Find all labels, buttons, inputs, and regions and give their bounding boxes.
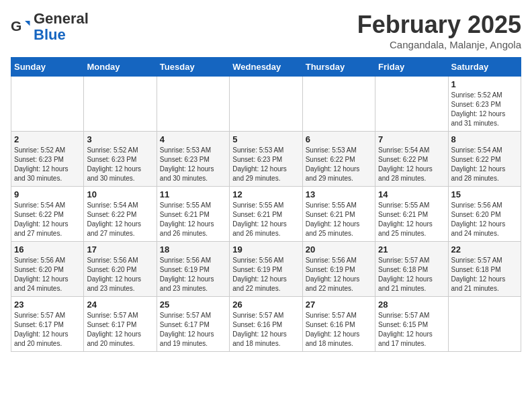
day-info: Sunrise: 5:56 AM Sunset: 6:20 PM Dayligh… — [87, 256, 153, 293]
logo-text-blue: Blue — [34, 27, 89, 43]
day-cell — [302, 77, 375, 132]
day-info: Sunrise: 5:57 AM Sunset: 6:18 PM Dayligh… — [451, 256, 518, 293]
day-info: Sunrise: 5:53 AM Sunset: 6:23 PM Dayligh… — [160, 146, 226, 183]
day-cell: 19Sunrise: 5:56 AM Sunset: 6:19 PM Dayli… — [230, 242, 302, 297]
day-number: 3 — [87, 134, 153, 144]
day-number: 5 — [232, 134, 299, 144]
day-number: 23 — [14, 300, 81, 310]
day-number: 4 — [160, 134, 226, 144]
day-cell: 23Sunrise: 5:57 AM Sunset: 6:17 PM Dayli… — [11, 297, 84, 352]
day-cell: 15Sunrise: 5:56 AM Sunset: 6:20 PM Dayli… — [448, 187, 521, 242]
day-cell: 17Sunrise: 5:56 AM Sunset: 6:20 PM Dayli… — [84, 242, 157, 297]
day-number: 14 — [378, 189, 445, 199]
day-cell: 9Sunrise: 5:54 AM Sunset: 6:22 PM Daylig… — [11, 187, 84, 242]
day-info: Sunrise: 5:52 AM Sunset: 6:23 PM Dayligh… — [451, 91, 518, 128]
day-cell: 22Sunrise: 5:57 AM Sunset: 6:18 PM Dayli… — [448, 242, 521, 297]
weekday-header-thursday: Thursday — [302, 58, 375, 77]
day-number: 8 — [451, 134, 518, 144]
day-info: Sunrise: 5:55 AM Sunset: 6:21 PM Dayligh… — [306, 201, 372, 238]
day-cell: 4Sunrise: 5:53 AM Sunset: 6:23 PM Daylig… — [157, 132, 229, 187]
day-cell — [84, 77, 157, 132]
day-cell: 18Sunrise: 5:56 AM Sunset: 6:19 PM Dayli… — [157, 242, 229, 297]
day-cell: 11Sunrise: 5:55 AM Sunset: 6:21 PM Dayli… — [157, 187, 229, 242]
day-cell — [11, 77, 84, 132]
week-row-2: 2Sunrise: 5:52 AM Sunset: 6:23 PM Daylig… — [11, 132, 521, 187]
logo: G General Blue — [11, 11, 89, 43]
day-cell: 10Sunrise: 5:54 AM Sunset: 6:22 PM Dayli… — [84, 187, 157, 242]
day-cell: 3Sunrise: 5:52 AM Sunset: 6:23 PM Daylig… — [84, 132, 157, 187]
day-number: 16 — [14, 244, 81, 255]
calendar-table: SundayMondayTuesdayWednesdayThursdayFrid… — [11, 57, 521, 352]
day-number: 19 — [232, 244, 299, 255]
day-number: 2 — [14, 134, 81, 144]
weekday-header-saturday: Saturday — [448, 58, 521, 77]
day-number: 27 — [306, 300, 372, 310]
day-info: Sunrise: 5:55 AM Sunset: 6:21 PM Dayligh… — [232, 201, 299, 238]
day-info: Sunrise: 5:54 AM Sunset: 6:22 PM Dayligh… — [87, 201, 153, 238]
day-number: 1 — [451, 79, 518, 89]
day-info: Sunrise: 5:56 AM Sunset: 6:19 PM Dayligh… — [306, 256, 372, 293]
weekday-header-monday: Monday — [84, 58, 157, 77]
day-number: 21 — [378, 244, 445, 255]
day-number: 12 — [232, 189, 299, 199]
week-row-5: 23Sunrise: 5:57 AM Sunset: 6:17 PM Dayli… — [11, 297, 521, 352]
day-info: Sunrise: 5:57 AM Sunset: 6:16 PM Dayligh… — [232, 311, 299, 349]
weekday-header-sunday: Sunday — [11, 58, 84, 77]
day-number: 22 — [451, 244, 518, 255]
day-info: Sunrise: 5:54 AM Sunset: 6:22 PM Dayligh… — [451, 146, 518, 183]
svg-marker-1 — [25, 21, 30, 26]
day-cell: 12Sunrise: 5:55 AM Sunset: 6:21 PM Dayli… — [230, 187, 302, 242]
day-cell: 27Sunrise: 5:57 AM Sunset: 6:16 PM Dayli… — [302, 297, 375, 352]
day-info: Sunrise: 5:56 AM Sunset: 6:20 PM Dayligh… — [451, 201, 518, 238]
weekday-header-friday: Friday — [375, 58, 448, 77]
day-info: Sunrise: 5:56 AM Sunset: 6:19 PM Dayligh… — [232, 256, 299, 293]
day-info: Sunrise: 5:57 AM Sunset: 6:17 PM Dayligh… — [14, 311, 81, 349]
day-cell: 7Sunrise: 5:54 AM Sunset: 6:22 PM Daylig… — [375, 132, 448, 187]
day-info: Sunrise: 5:57 AM Sunset: 6:17 PM Dayligh… — [160, 311, 226, 349]
day-cell — [230, 77, 302, 132]
day-cell: 13Sunrise: 5:55 AM Sunset: 6:21 PM Dayli… — [302, 187, 375, 242]
day-info: Sunrise: 5:57 AM Sunset: 6:16 PM Dayligh… — [306, 311, 372, 349]
day-number: 25 — [160, 300, 226, 310]
day-cell: 14Sunrise: 5:55 AM Sunset: 6:21 PM Dayli… — [375, 187, 448, 242]
day-info: Sunrise: 5:52 AM Sunset: 6:23 PM Dayligh… — [14, 146, 81, 183]
day-info: Sunrise: 5:54 AM Sunset: 6:22 PM Dayligh… — [378, 146, 445, 183]
day-number: 13 — [306, 189, 372, 199]
day-cell: 5Sunrise: 5:53 AM Sunset: 6:23 PM Daylig… — [230, 132, 302, 187]
day-info: Sunrise: 5:56 AM Sunset: 6:20 PM Dayligh… — [14, 256, 81, 293]
day-number: 7 — [378, 134, 445, 144]
day-info: Sunrise: 5:55 AM Sunset: 6:21 PM Dayligh… — [378, 201, 445, 238]
day-info: Sunrise: 5:53 AM Sunset: 6:23 PM Dayligh… — [232, 146, 299, 183]
day-number: 18 — [160, 244, 226, 255]
day-info: Sunrise: 5:53 AM Sunset: 6:22 PM Dayligh… — [306, 146, 372, 183]
day-number: 26 — [232, 300, 299, 310]
day-number: 17 — [87, 244, 153, 255]
day-info: Sunrise: 5:55 AM Sunset: 6:21 PM Dayligh… — [160, 201, 226, 238]
header: G General Blue February 2025 Cangandala,… — [11, 11, 521, 50]
day-number: 6 — [306, 134, 372, 144]
week-row-3: 9Sunrise: 5:54 AM Sunset: 6:22 PM Daylig… — [11, 187, 521, 242]
day-number: 10 — [87, 189, 153, 199]
day-info: Sunrise: 5:57 AM Sunset: 6:15 PM Dayligh… — [378, 311, 445, 349]
day-number: 20 — [306, 244, 372, 255]
day-cell: 1Sunrise: 5:52 AM Sunset: 6:23 PM Daylig… — [448, 77, 521, 132]
day-cell: 16Sunrise: 5:56 AM Sunset: 6:20 PM Dayli… — [11, 242, 84, 297]
week-row-1: 1Sunrise: 5:52 AM Sunset: 6:23 PM Daylig… — [11, 77, 521, 132]
day-cell: 26Sunrise: 5:57 AM Sunset: 6:16 PM Dayli… — [230, 297, 302, 352]
day-number: 9 — [14, 189, 81, 199]
day-number: 15 — [451, 189, 518, 199]
day-cell: 28Sunrise: 5:57 AM Sunset: 6:15 PM Dayli… — [375, 297, 448, 352]
week-row-4: 16Sunrise: 5:56 AM Sunset: 6:20 PM Dayli… — [11, 242, 521, 297]
day-cell: 2Sunrise: 5:52 AM Sunset: 6:23 PM Daylig… — [11, 132, 84, 187]
weekday-header-wednesday: Wednesday — [230, 58, 302, 77]
day-info: Sunrise: 5:52 AM Sunset: 6:23 PM Dayligh… — [87, 146, 153, 183]
day-cell: 24Sunrise: 5:57 AM Sunset: 6:17 PM Dayli… — [84, 297, 157, 352]
calendar-title: February 2025 — [357, 11, 521, 39]
day-cell: 6Sunrise: 5:53 AM Sunset: 6:22 PM Daylig… — [302, 132, 375, 187]
svg-text:G: G — [11, 18, 21, 34]
day-info: Sunrise: 5:54 AM Sunset: 6:22 PM Dayligh… — [14, 201, 81, 238]
day-info: Sunrise: 5:57 AM Sunset: 6:18 PM Dayligh… — [378, 256, 445, 293]
day-info: Sunrise: 5:56 AM Sunset: 6:19 PM Dayligh… — [160, 256, 226, 293]
day-cell: 20Sunrise: 5:56 AM Sunset: 6:19 PM Dayli… — [302, 242, 375, 297]
day-cell — [375, 77, 448, 132]
